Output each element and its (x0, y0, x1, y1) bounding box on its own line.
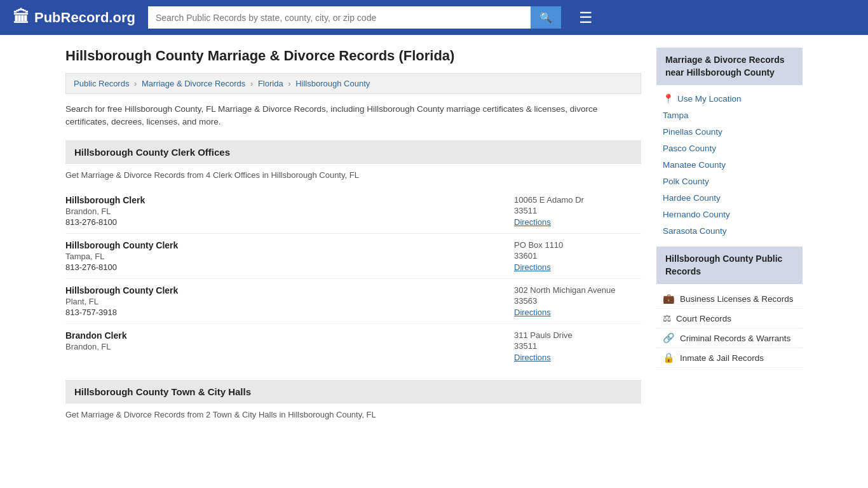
use-location-link[interactable]: Use My Location (677, 94, 742, 104)
clerk-zip-1: 33511 (514, 206, 641, 215)
directions-link-2[interactable]: Directions (514, 262, 551, 272)
clerk-zip-3: 33563 (514, 296, 641, 306)
clerk-right-4: 311 Pauls Drive 33511 Directions (514, 330, 641, 362)
clerk-right-2: PO Box 1110 33601 Directions (514, 240, 641, 272)
sidebar-item-manatee[interactable]: Manatee County (656, 156, 803, 173)
sidebar-records-list: 💼 Business Licenses & Records ⚖ Court Re… (656, 289, 803, 368)
clerk-phone-1: 813-276-8100 (65, 217, 145, 227)
sidebar-item-use-location[interactable]: 📍 Use My Location (656, 90, 803, 107)
breadcrumb-sep-2: › (250, 79, 255, 88)
breadcrumb-florida[interactable]: Florida (258, 79, 283, 88)
clerk-zip-4: 33511 (514, 341, 641, 351)
directions-link-4[interactable]: Directions (514, 353, 551, 362)
table-row: Hillsborough County Clerk Tampa, FL 813-… (65, 234, 641, 279)
clerk-address-2: PO Box 1110 (514, 240, 641, 250)
sidebar-link-sarasota[interactable]: Sarasota County (663, 226, 727, 236)
directions-link-1[interactable]: Directions (514, 217, 551, 227)
clerk-left-4: Brandon Clerk Brandon, FL (65, 330, 126, 362)
sidebar-item-polk[interactable]: Polk County (656, 173, 803, 189)
clerk-city-3: Plant, FL (65, 297, 178, 306)
clerk-right-1: 10065 E Adamo Dr 33511 Directions (514, 195, 641, 227)
table-row: Hillsborough Clerk Brandon, FL 813-276-8… (65, 189, 641, 234)
clerk-left-2: Hillsborough County Clerk Tampa, FL 813-… (65, 240, 178, 272)
sidebar: Marriage & Divorce Records near Hillsbor… (656, 48, 803, 428)
sidebar-nearby-list: 📍 Use My Location Tampa Pinellas County … (656, 90, 803, 247)
breadcrumb: Public Records › Marriage & Divorce Reco… (65, 73, 641, 94)
sidebar-item-tampa[interactable]: Tampa (656, 107, 803, 123)
sidebar-link-criminal[interactable]: Criminal Records & Warrants (680, 334, 790, 343)
clerk-address-1: 10065 E Adamo Dr (514, 195, 641, 205)
inmate-icon: 🔒 (663, 352, 675, 363)
business-icon: 💼 (663, 293, 675, 304)
sidebar-link-tampa[interactable]: Tampa (663, 111, 689, 120)
sidebar-nearby-title: Marriage & Divorce Records near Hillsbor… (656, 48, 803, 85)
sidebar-link-hernando[interactable]: Hernando County (663, 210, 730, 219)
sidebar-link-polk[interactable]: Polk County (663, 177, 709, 186)
breadcrumb-marriage-divorce[interactable]: Marriage & Divorce Records (142, 79, 245, 88)
page-description: Search for free Hillsborough County, FL … (65, 103, 641, 129)
breadcrumb-hillsborough[interactable]: Hillsborough County (295, 79, 370, 88)
sidebar-item-criminal[interactable]: 🔗 Criminal Records & Warrants (656, 329, 803, 348)
page-title: Hillsborough County Marriage & Divorce R… (65, 48, 641, 64)
clerk-left-3: Hillsborough County Clerk Plant, FL 813-… (65, 285, 178, 317)
clerk-right-3: 302 North Michigan Avenue 33563 Directio… (514, 285, 641, 317)
sidebar-link-pinellas[interactable]: Pinellas County (663, 127, 722, 137)
sidebar-link-manatee[interactable]: Manatee County (663, 160, 726, 170)
town-section-header: Hillsborough County Town & City Halls (65, 380, 641, 403)
building-icon: 🏛 (13, 8, 29, 27)
clerk-phone-2: 813-276-8100 (65, 262, 178, 272)
search-input[interactable] (148, 6, 531, 29)
hamburger-button[interactable]: ☰ (579, 9, 593, 27)
search-form: 🔍 (148, 6, 561, 29)
breadcrumb-sep-3: › (288, 79, 293, 88)
sidebar-link-inmate[interactable]: Inmate & Jail Records (680, 353, 764, 363)
page-container: Hillsborough County Marriage & Divorce R… (53, 35, 815, 441)
logo-text: PubRecord.org (34, 10, 135, 26)
sidebar-records-title: Hillsborough County Public Records (656, 247, 803, 284)
clerk-section-desc: Get Marriage & Divorce Records from 4 Cl… (65, 170, 641, 180)
sidebar-item-hardee[interactable]: Hardee County (656, 189, 803, 206)
clerk-phone-3: 813-757-3918 (65, 308, 178, 317)
breadcrumb-sep-1: › (134, 79, 139, 88)
search-icon: 🔍 (539, 12, 552, 23)
clerk-section-header: Hillsborough County Clerk Offices (65, 140, 641, 164)
sidebar-link-pasco[interactable]: Pasco County (663, 144, 716, 153)
sidebar-item-business[interactable]: 💼 Business Licenses & Records (656, 289, 803, 309)
court-icon: ⚖ (663, 313, 671, 324)
site-logo[interactable]: 🏛 PubRecord.org (13, 8, 135, 27)
town-section-desc: Get Marriage & Divorce Records from 2 To… (65, 410, 641, 419)
clerk-name-4: Brandon Clerk (65, 330, 126, 341)
clerk-name-3: Hillsborough County Clerk (65, 285, 178, 295)
header: 🏛 PubRecord.org 🔍 ☰ (0, 0, 868, 35)
clerk-city-4: Brandon, FL (65, 342, 126, 351)
directions-link-3[interactable]: Directions (514, 308, 551, 317)
sidebar-item-inmate[interactable]: 🔒 Inmate & Jail Records (656, 348, 803, 368)
clerk-name-1: Hillsborough Clerk (65, 195, 145, 205)
criminal-icon: 🔗 (663, 332, 675, 344)
sidebar-item-sarasota[interactable]: Sarasota County (656, 222, 803, 239)
clerk-address-3: 302 North Michigan Avenue (514, 285, 641, 295)
sidebar-link-hardee[interactable]: Hardee County (663, 193, 721, 203)
sidebar-item-pinellas[interactable]: Pinellas County (656, 123, 803, 140)
clerk-zip-2: 33601 (514, 251, 641, 261)
clerk-city-2: Tampa, FL (65, 252, 178, 261)
clerk-left-1: Hillsborough Clerk Brandon, FL 813-276-8… (65, 195, 145, 227)
main-content: Hillsborough County Marriage & Divorce R… (65, 48, 641, 428)
clerk-city-1: Brandon, FL (65, 207, 145, 216)
search-button[interactable]: 🔍 (531, 6, 561, 29)
table-row: Brandon Clerk Brandon, FL 311 Pauls Driv… (65, 324, 641, 369)
hamburger-icon: ☰ (579, 9, 593, 26)
breadcrumb-public-records[interactable]: Public Records (74, 79, 129, 88)
clerk-records-list: Hillsborough Clerk Brandon, FL 813-276-8… (65, 189, 641, 369)
pin-icon: 📍 (663, 93, 674, 104)
sidebar-item-pasco[interactable]: Pasco County (656, 140, 803, 156)
sidebar-link-court[interactable]: Court Records (676, 314, 731, 323)
table-row: Hillsborough County Clerk Plant, FL 813-… (65, 279, 641, 324)
sidebar-item-court[interactable]: ⚖ Court Records (656, 309, 803, 329)
clerk-name-2: Hillsborough County Clerk (65, 240, 178, 250)
sidebar-item-hernando[interactable]: Hernando County (656, 206, 803, 222)
sidebar-link-business[interactable]: Business Licenses & Records (680, 294, 794, 304)
clerk-address-4: 311 Pauls Drive (514, 330, 641, 340)
